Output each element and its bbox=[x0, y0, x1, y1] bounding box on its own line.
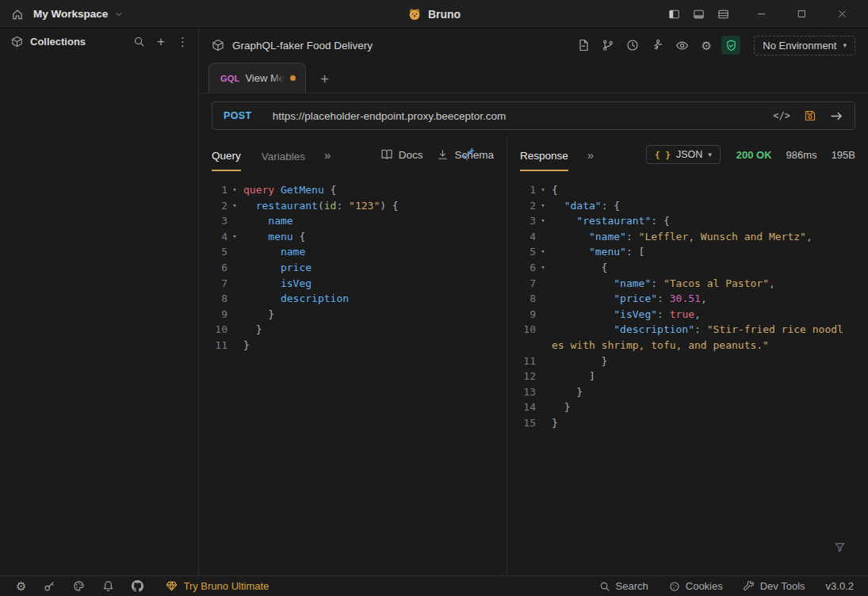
git-branch-icon[interactable] bbox=[598, 36, 618, 55]
cookies-button[interactable]: Cookies bbox=[669, 580, 723, 592]
minimize-button[interactable] bbox=[747, 6, 776, 22]
fold-gutter bbox=[536, 322, 550, 338]
preferences-gear-icon[interactable]: ⚙ bbox=[16, 580, 26, 592]
tab-variables[interactable]: Variables bbox=[262, 139, 305, 170]
fold-gutter bbox=[536, 307, 550, 323]
filter-funnel-icon[interactable] bbox=[834, 541, 846, 553]
fold-gutter bbox=[228, 322, 242, 338]
search-collections-icon[interactable] bbox=[133, 36, 145, 48]
prettify-wand-icon[interactable] bbox=[461, 147, 475, 161]
more-tabs-chevron-icon[interactable]: » bbox=[324, 148, 331, 162]
code-line: 14 } bbox=[514, 399, 868, 415]
code-text: "description": "Stir-fried rice noodl bbox=[552, 322, 843, 338]
code-text: ] bbox=[552, 369, 595, 384]
line-number: 9 bbox=[205, 307, 228, 323]
response-format-selector[interactable]: { } JSON ▾ bbox=[646, 145, 721, 164]
collections-label: Collections bbox=[30, 36, 86, 48]
response-pane: Response » { } JSON ▾ 200 OK 986ms 195B bbox=[507, 136, 868, 575]
notifications-bell-icon[interactable] bbox=[102, 580, 114, 592]
code-line: 2▾ "data": { bbox=[514, 198, 868, 214]
secrets-key-icon[interactable] bbox=[44, 580, 55, 592]
fold-arrow-icon[interactable]: ▾ bbox=[228, 198, 242, 214]
code-line: 4▾ menu { bbox=[205, 229, 507, 245]
add-collection-icon[interactable]: + bbox=[157, 35, 165, 48]
code-text: } bbox=[243, 338, 250, 353]
close-button[interactable] bbox=[828, 6, 857, 22]
code-text: es with shrimp, tofu, and peanuts." bbox=[552, 338, 769, 353]
history-clock-icon[interactable] bbox=[623, 36, 642, 55]
fold-arrow-icon[interactable]: ▾ bbox=[536, 198, 550, 214]
fold-arrow-icon[interactable]: ▾ bbox=[228, 229, 242, 245]
code-text: { bbox=[552, 182, 558, 198]
github-icon[interactable] bbox=[132, 580, 143, 592]
code-line: 7 isVeg bbox=[205, 276, 507, 292]
collection-settings-gear-icon[interactable]: ⚙ bbox=[697, 36, 716, 55]
bruno-app-window: My Workspace Bruno bbox=[0, 0, 868, 596]
caret-down-icon: ▾ bbox=[843, 41, 847, 49]
response-duration: 986ms bbox=[786, 149, 817, 161]
titlebar: My Workspace Bruno bbox=[0, 0, 868, 29]
toggle-bottom-panel-icon[interactable] bbox=[686, 6, 711, 23]
code-text: "price": 30.51, bbox=[552, 291, 707, 307]
fold-gutter bbox=[536, 353, 550, 369]
response-pane-header: Response » { } JSON ▾ 200 OK 986ms 195B bbox=[507, 136, 868, 173]
maximize-button[interactable] bbox=[787, 6, 816, 22]
code-line: 11 } bbox=[514, 353, 868, 369]
workspace-switcher[interactable]: My Workspace bbox=[33, 8, 124, 20]
gem-icon bbox=[166, 580, 178, 592]
toggle-grid-panel-icon[interactable] bbox=[711, 6, 736, 23]
generate-code-icon[interactable]: </> bbox=[773, 110, 790, 121]
theme-palette-icon[interactable] bbox=[73, 580, 85, 592]
line-number: 10 bbox=[514, 322, 536, 338]
upgrade-link[interactable]: Try Bruno Ultimate bbox=[166, 580, 269, 592]
line-number: 4 bbox=[514, 229, 536, 245]
fold-gutter bbox=[228, 291, 242, 307]
code-line: 4 "name": "Leffler, Wunsch and Mertz", bbox=[514, 229, 868, 245]
code-line: 7 "name": "Tacos al Pastor", bbox=[514, 276, 868, 292]
response-more-chevron-icon[interactable]: » bbox=[587, 148, 594, 162]
line-number: 15 bbox=[514, 415, 536, 431]
http-method[interactable]: POST bbox=[224, 110, 252, 121]
fold-arrow-icon[interactable]: ▾ bbox=[536, 244, 550, 260]
code-line: 8 "price": 30.51, bbox=[514, 291, 868, 307]
eye-icon[interactable] bbox=[672, 36, 691, 55]
code-text: menu { bbox=[243, 229, 305, 245]
fold-arrow-icon[interactable]: ▾ bbox=[536, 182, 550, 198]
search-button[interactable]: Search bbox=[599, 580, 648, 592]
runner-icon[interactable] bbox=[648, 36, 667, 55]
code-line: 1▾{ bbox=[514, 182, 868, 198]
fold-gutter bbox=[228, 244, 242, 260]
line-number: 5 bbox=[205, 244, 228, 260]
send-request-arrow-icon[interactable] bbox=[830, 109, 843, 123]
url-input[interactable]: https://placeholder-endpoint.proxy.beece… bbox=[273, 110, 763, 122]
fold-arrow-icon[interactable]: ▾ bbox=[536, 260, 550, 276]
collection-file-icon[interactable] bbox=[574, 36, 593, 55]
environment-selector[interactable]: No Environment ▾ bbox=[754, 36, 855, 55]
new-tab-button[interactable]: + bbox=[320, 71, 329, 86]
collections-menu-icon[interactable]: ⋮ bbox=[177, 36, 189, 48]
fold-arrow-icon[interactable]: ▾ bbox=[536, 213, 550, 229]
fold-gutter bbox=[228, 338, 242, 353]
fold-arrow-icon[interactable]: ▾ bbox=[228, 182, 242, 198]
tab-query[interactable]: Query bbox=[212, 139, 241, 171]
book-icon bbox=[380, 148, 393, 161]
braces-icon: { } bbox=[655, 150, 671, 160]
code-text: } bbox=[552, 415, 558, 431]
code-text: "data": { bbox=[552, 198, 620, 214]
request-tab[interactable]: GQL View Me bbox=[208, 63, 306, 94]
collection-name: GraphQL-faker Food Delivery bbox=[232, 40, 373, 52]
devtools-button[interactable]: Dev Tools bbox=[744, 580, 805, 592]
security-shield-check-icon[interactable] bbox=[721, 36, 740, 55]
docs-button[interactable]: Docs bbox=[380, 148, 423, 161]
home-icon[interactable] bbox=[11, 8, 24, 21]
response-json-viewer[interactable]: 1▾{2▾ "data": {3▾ "restaurant": {4 "name… bbox=[507, 173, 868, 575]
toggle-left-panel-icon[interactable] bbox=[662, 6, 686, 23]
tab-response[interactable]: Response bbox=[520, 139, 568, 171]
graphql-query-editor[interactable]: 1▾query GetMenu {2▾ restaurant(id: "123"… bbox=[199, 173, 507, 575]
save-request-icon[interactable] bbox=[804, 109, 816, 122]
code-text: query GetMenu { bbox=[243, 182, 336, 198]
line-number: 5 bbox=[514, 244, 536, 260]
fold-gutter bbox=[536, 384, 550, 400]
unsaved-dot-icon[interactable] bbox=[290, 75, 296, 81]
fold-gutter bbox=[228, 213, 242, 229]
